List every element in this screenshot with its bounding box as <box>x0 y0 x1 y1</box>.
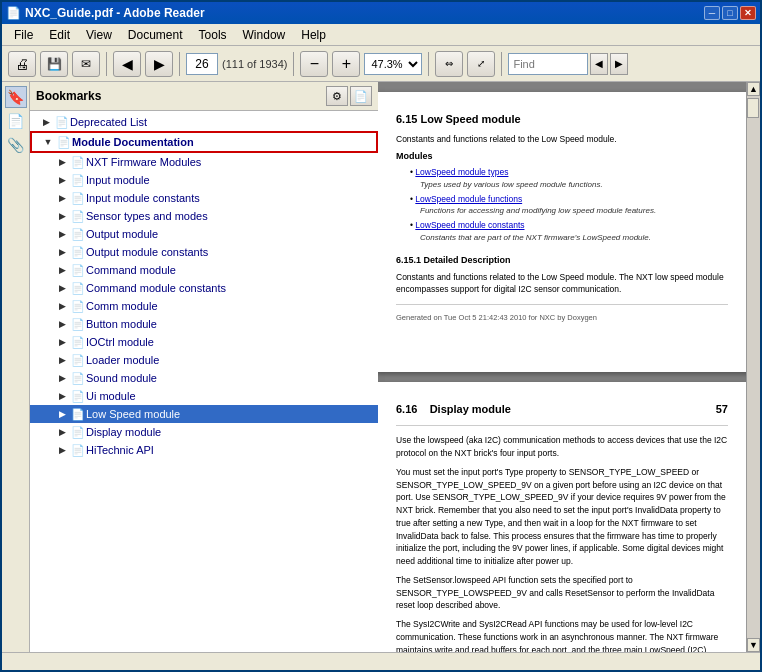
bookmark-button-module[interactable]: ▶ 📄 Button module <box>30 315 378 333</box>
bookmark-module-doc[interactable]: ▼ 📄 Module Documentation <box>30 131 378 153</box>
title-buttons: ─ □ ✕ <box>704 6 756 20</box>
bookmark-sound-module[interactable]: ▶ 📄 Sound module <box>30 369 378 387</box>
toggle-sound-module[interactable]: ▶ <box>54 370 70 386</box>
pdf-content-area[interactable]: 6.15 Low Speed module Constants and func… <box>378 82 746 652</box>
title-bar-left: 📄 NXC_Guide.pdf - Adobe Reader <box>6 6 205 20</box>
close-button[interactable]: ✕ <box>740 6 756 20</box>
bookmark-command-module[interactable]: ▶ 📄 Command module <box>30 261 378 279</box>
bookmarks-panel-icon[interactable]: 🔖 <box>5 86 27 108</box>
bookmarks-scroll[interactable]: ▶ 📄 Deprecated List ▼ 📄 Module Documenta… <box>30 111 378 652</box>
bookmark-lowspeed-module[interactable]: ▶ 📄 Low Speed module <box>30 405 378 423</box>
bookmarks-options-button[interactable]: ⚙ <box>326 86 348 106</box>
bookmark-input-module[interactable]: ▶ 📄 Input module <box>30 171 378 189</box>
label-input-module: Input module <box>86 172 378 188</box>
menu-view[interactable]: View <box>78 26 120 44</box>
pdf-para2: The SetSensor.lowspeed API function sets… <box>396 574 728 612</box>
fit-width-button[interactable]: ⇔ <box>435 51 463 77</box>
label-button-module: Button module <box>86 316 378 332</box>
pdf-rule-2 <box>396 425 728 426</box>
pdf-rule-1 <box>396 304 728 305</box>
bookmark-comm-module[interactable]: ▶ 📄 Comm module <box>30 297 378 315</box>
pdf-link-0[interactable]: LowSpeed module types <box>415 167 508 177</box>
minimize-button[interactable]: ─ <box>704 6 720 20</box>
menu-file[interactable]: File <box>6 26 41 44</box>
toggle-comm-module[interactable]: ▶ <box>54 298 70 314</box>
bookmarks-new-button[interactable]: 📄 <box>350 86 372 106</box>
bookmark-deprecated[interactable]: ▶ 📄 Deprecated List <box>30 113 378 131</box>
bookmark-loader-module[interactable]: ▶ 📄 Loader module <box>30 351 378 369</box>
bookmarks-panel: Bookmarks ⚙ 📄 ▶ 📄 Deprecated List <box>30 82 378 652</box>
pdf-section-header-1: 6.15 Low Speed module <box>396 112 728 127</box>
bookmark-display-module[interactable]: ▶ 📄 Display module <box>30 423 378 441</box>
bookmark-sensor-types[interactable]: ▶ 📄 Sensor types and modes <box>30 207 378 225</box>
toggle-ui-module[interactable]: ▶ <box>54 388 70 404</box>
label-output-module: Output module <box>86 226 378 242</box>
toggle-module-doc[interactable]: ▼ <box>40 134 56 150</box>
right-scrollbar: ▲ ▼ <box>746 82 760 652</box>
pdf-link-1[interactable]: LowSpeed module functions <box>415 194 522 204</box>
save-button[interactable]: 💾 <box>40 51 68 77</box>
toggle-display-module[interactable]: ▶ <box>54 424 70 440</box>
toggle-ioctrl-module[interactable]: ▶ <box>54 334 70 350</box>
menu-edit[interactable]: Edit <box>41 26 78 44</box>
bookmark-ui-module[interactable]: ▶ 📄 Ui module <box>30 387 378 405</box>
bookmark-command-module-const[interactable]: ▶ 📄 Command module constants <box>30 279 378 297</box>
email-button[interactable]: ✉ <box>72 51 100 77</box>
toggle-command-module-const[interactable]: ▶ <box>54 280 70 296</box>
status-bar <box>2 652 760 670</box>
page-number-input[interactable] <box>186 53 218 75</box>
zoom-out-button[interactable]: − <box>300 51 328 77</box>
pdf-page-num-2: 57 <box>716 402 728 417</box>
toggle-deprecated[interactable]: ▶ <box>38 114 54 130</box>
toggle-button-module[interactable]: ▶ <box>54 316 70 332</box>
maximize-button[interactable]: □ <box>722 6 738 20</box>
toggle-loader-module[interactable]: ▶ <box>54 352 70 368</box>
pdf-footer-1: Generated on Tue Oct 5 21:42:43 2010 for… <box>396 313 728 324</box>
fit-page-button[interactable]: ⤢ <box>467 51 495 77</box>
menu-help[interactable]: Help <box>293 26 334 44</box>
bookmark-nxt-firmware[interactable]: ▶ 📄 NXT Firmware Modules <box>30 153 378 171</box>
toggle-input-module-const[interactable]: ▶ <box>54 190 70 206</box>
toggle-nxt-firmware[interactable]: ▶ <box>54 154 70 170</box>
label-input-module-const: Input module constants <box>86 190 378 206</box>
toggle-output-module-const[interactable]: ▶ <box>54 244 70 260</box>
toggle-hitechnic[interactable]: ▶ <box>54 442 70 458</box>
label-output-module-const: Output module constants <box>86 244 378 260</box>
forward-button[interactable]: ▶ <box>145 51 173 77</box>
label-lowspeed-module: Low Speed module <box>86 406 378 422</box>
bookmark-output-module-const[interactable]: ▶ 📄 Output module constants <box>30 243 378 261</box>
zoom-select[interactable]: 47.3% <box>364 53 422 75</box>
toggle-sensor-types[interactable]: ▶ <box>54 208 70 224</box>
menu-window[interactable]: Window <box>235 26 294 44</box>
scroll-track[interactable] <box>747 96 760 638</box>
bookmark-ioctrl-module[interactable]: ▶ 📄 IOCtrl module <box>30 333 378 351</box>
bookmark-output-module[interactable]: ▶ 📄 Output module <box>30 225 378 243</box>
pdf-link-2[interactable]: LowSpeed module constants <box>415 220 524 230</box>
attachments-panel-icon[interactable]: 📎 <box>5 134 27 156</box>
label-hitechnic: HiTechnic API <box>86 442 378 458</box>
scroll-up-arrow[interactable]: ▲ <box>747 82 760 96</box>
toggle-output-module[interactable]: ▶ <box>54 226 70 242</box>
pdf-modules-label: Modules <box>396 150 728 163</box>
print-button[interactable]: 🖨 <box>8 51 36 77</box>
bookmark-input-module-const[interactable]: ▶ 📄 Input module constants <box>30 189 378 207</box>
doc-icon-nxt-firmware: 📄 <box>70 154 86 170</box>
menu-document[interactable]: Document <box>120 26 191 44</box>
pages-panel-icon[interactable]: 📄 <box>5 110 27 132</box>
find-next-button[interactable]: ▶ <box>610 53 628 75</box>
scroll-thumb[interactable] <box>747 98 759 118</box>
section-title-2: Display module <box>430 403 511 415</box>
doc-icon-ioctrl-module: 📄 <box>70 334 86 350</box>
section-number-1: 6.15 Low Speed module <box>396 113 521 125</box>
zoom-in-button[interactable]: + <box>332 51 360 77</box>
toggle-command-module[interactable]: ▶ <box>54 262 70 278</box>
find-prev-button[interactable]: ◀ <box>590 53 608 75</box>
menu-tools[interactable]: Tools <box>191 26 235 44</box>
back-button[interactable]: ◀ <box>113 51 141 77</box>
scroll-down-arrow[interactable]: ▼ <box>747 638 760 652</box>
bookmark-hitechnic[interactable]: ▶ 📄 HiTechnic API <box>30 441 378 459</box>
toggle-lowspeed-module[interactable]: ▶ <box>54 406 70 422</box>
find-input[interactable] <box>508 53 588 75</box>
bookmark-tree: ▶ 📄 Deprecated List ▼ 📄 Module Documenta… <box>30 111 378 461</box>
toggle-input-module[interactable]: ▶ <box>54 172 70 188</box>
